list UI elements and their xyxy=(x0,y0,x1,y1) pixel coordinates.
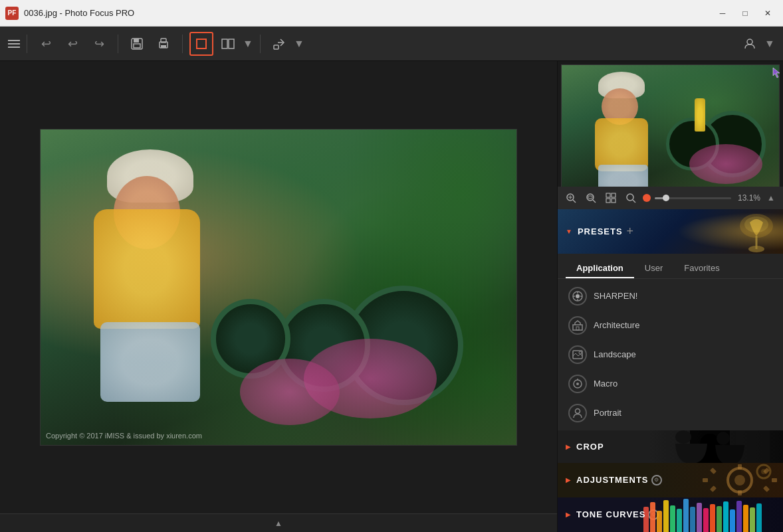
crop-label: CROP xyxy=(576,442,604,452)
svg-rect-21 xyxy=(606,199,610,203)
presets-arrow: ▼ xyxy=(566,228,572,235)
maximize-button[interactable]: □ xyxy=(735,5,755,21)
zoom-slider-container xyxy=(643,194,731,202)
svg-rect-47 xyxy=(738,464,742,470)
redo-button[interactable]: ↪ xyxy=(87,32,111,56)
tone-curves-section-header[interactable]: ▶ TONE CURVES ⚙ xyxy=(558,497,783,532)
crop-section-header[interactable]: ▶ CROP xyxy=(558,430,783,463)
scroll-up-button[interactable]: ▲ xyxy=(275,519,282,528)
adjustments-arrow: ▶ xyxy=(566,476,571,484)
svg-rect-8 xyxy=(229,39,234,48)
preset-item-architecture[interactable]: Architecture xyxy=(558,311,783,340)
main-content: Copyright © 2017 iMISS & issued by xiure… xyxy=(0,61,783,532)
tone-curves-bg-decoration xyxy=(637,497,783,532)
minimize-button[interactable]: ─ xyxy=(713,5,732,21)
main-image: Copyright © 2017 iMISS & issued by xiure… xyxy=(40,129,517,446)
zoom-controls: 13.1% ▲ xyxy=(558,187,783,209)
svg-point-28 xyxy=(744,217,768,232)
preset-item-sharpen[interactable]: SHARPEN! xyxy=(558,282,783,311)
save-button[interactable] xyxy=(125,32,149,56)
svg-rect-19 xyxy=(606,193,610,197)
zoom-slider[interactable] xyxy=(655,197,731,199)
user-dropdown-button[interactable]: ▼ xyxy=(764,32,775,56)
svg-rect-22 xyxy=(612,199,615,203)
preview-person-shorts xyxy=(598,165,648,187)
panel-collapse-button[interactable]: ▲ xyxy=(764,191,778,205)
menu-button[interactable] xyxy=(8,40,20,48)
preset-item-macro[interactable]: Macro xyxy=(558,369,783,399)
undo-button[interactable]: ↩ xyxy=(34,32,58,56)
tab-user[interactable]: User xyxy=(634,259,673,278)
zoom-zoom-button[interactable] xyxy=(623,190,639,206)
svg-rect-1 xyxy=(134,39,139,43)
divider-1 xyxy=(27,35,27,53)
preset-icon-macro xyxy=(568,375,587,393)
preset-label-landscape: Landscape xyxy=(594,349,636,359)
view-single-button[interactable] xyxy=(189,32,213,56)
zoom-percent: 13.1% xyxy=(735,193,760,203)
canvas-panel: Copyright © 2017 iMISS & issued by xiure… xyxy=(0,61,557,532)
view-split-button[interactable] xyxy=(216,32,240,56)
presets-section-header[interactable]: ▼ PRESETS + xyxy=(558,209,783,253)
titlebar: PF 0036.jpg - Photo Focus PRO ─ □ ✕ xyxy=(0,0,783,27)
close-button[interactable]: ✕ xyxy=(758,5,778,21)
zoom-actual-button[interactable] xyxy=(583,190,599,206)
zoom-fit-button[interactable] xyxy=(563,190,579,206)
gears-icon xyxy=(700,463,780,497)
preset-item-landscape[interactable]: Landscape xyxy=(558,340,783,369)
svg-point-42 xyxy=(576,408,580,413)
svg-rect-18 xyxy=(588,196,592,199)
adjustments-section-header[interactable]: ▶ ADJUSTMENTS ⚙ xyxy=(558,463,783,497)
export-dropdown-button[interactable]: ▼ xyxy=(294,32,304,56)
svg-rect-51 xyxy=(710,468,717,474)
svg-point-40 xyxy=(576,383,579,385)
zoom-grid-button[interactable] xyxy=(603,190,619,206)
divider-3 xyxy=(182,35,183,53)
preset-icon-portrait xyxy=(568,404,587,422)
svg-rect-7 xyxy=(222,39,227,48)
preset-item-portrait[interactable]: Portrait xyxy=(558,399,783,428)
user-button[interactable] xyxy=(738,32,762,56)
svg-point-46 xyxy=(734,475,745,486)
zoom-dot xyxy=(643,194,651,202)
window-title: 0036.jpg - Photo Focus PRO xyxy=(24,8,713,18)
preset-label-sharpen: SHARPEN! xyxy=(594,291,637,301)
svg-rect-6 xyxy=(197,39,206,48)
export-button[interactable] xyxy=(267,32,291,56)
undo2-button[interactable]: ↩ xyxy=(60,32,84,56)
preset-icon-sharpen xyxy=(568,287,587,306)
svg-point-43 xyxy=(675,430,691,444)
bottom-scroll: ▲ xyxy=(0,513,557,532)
right-panel: 13.1% ▲ ▼ PRESETS + Application User Fav… xyxy=(557,61,783,532)
presets-add-button[interactable]: + xyxy=(627,224,634,238)
canvas-area[interactable]: Copyright © 2017 iMISS & issued by xiure… xyxy=(0,61,557,513)
svg-rect-2 xyxy=(134,44,140,48)
svg-point-44 xyxy=(717,432,730,445)
svg-point-30 xyxy=(576,294,580,298)
adjustments-bg-decoration xyxy=(660,463,780,497)
view-dropdown-button[interactable]: ▼ xyxy=(243,32,253,56)
svg-rect-50 xyxy=(772,478,777,482)
preset-icon-architecture xyxy=(568,316,587,335)
preset-items-list: SHARPEN! Architecture Landscape Macro xyxy=(558,279,783,430)
svg-rect-35 xyxy=(573,325,582,330)
preset-tabs: Application User Favorites xyxy=(558,254,783,279)
tab-application[interactable]: Application xyxy=(566,259,634,278)
svg-point-27 xyxy=(748,246,764,252)
toolbar: ↩ ↩ ↪ ▼ ▼ ▼ xyxy=(0,27,783,61)
svg-rect-5 xyxy=(161,45,166,48)
divider-2 xyxy=(118,35,118,53)
svg-point-11 xyxy=(747,39,752,44)
preview-image xyxy=(561,64,780,187)
window-controls: ─ □ ✕ xyxy=(713,5,778,21)
svg-rect-53 xyxy=(710,486,717,492)
svg-rect-9 xyxy=(274,45,279,49)
person-shorts xyxy=(100,322,200,402)
app-icon: PF xyxy=(5,7,19,20)
crop-arrow: ▶ xyxy=(566,443,571,450)
pencils-decoration xyxy=(637,497,783,532)
tab-favorites[interactable]: Favorites xyxy=(673,259,730,278)
svg-line-24 xyxy=(633,200,635,203)
divider-4 xyxy=(260,35,261,53)
print-button[interactable] xyxy=(152,32,175,56)
